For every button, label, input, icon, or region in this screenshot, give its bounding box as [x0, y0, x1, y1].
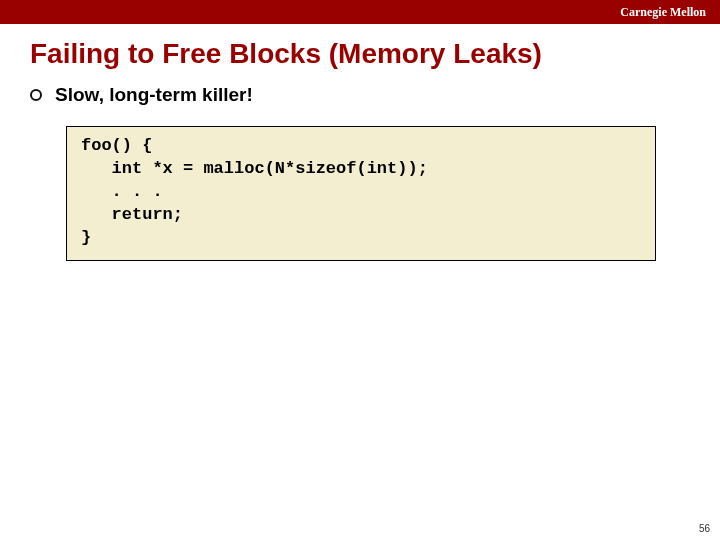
bullet-marker-icon	[30, 89, 42, 101]
page-number: 56	[699, 523, 710, 534]
slide-title: Failing to Free Blocks (Memory Leaks)	[0, 24, 720, 80]
code-block: foo() { int *x = malloc(N*sizeof(int)); …	[66, 126, 656, 261]
bullet-item: Slow, long-term killer!	[0, 80, 720, 106]
header-bar: Carnegie Mellon	[0, 0, 720, 24]
bullet-text: Slow, long-term killer!	[55, 84, 253, 106]
institution-label: Carnegie Mellon	[620, 5, 706, 20]
